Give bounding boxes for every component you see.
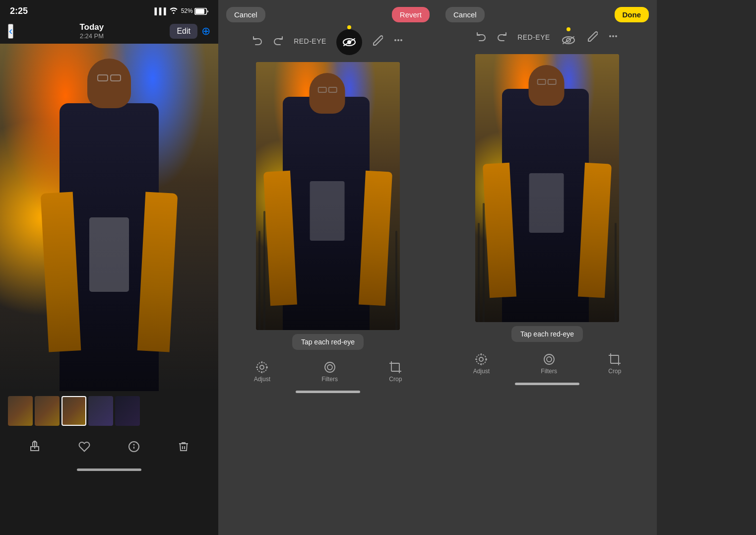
tab-crop-2[interactable]: Crop (389, 361, 402, 383)
svg-point-31 (479, 357, 483, 361)
edit-header-2: Cancel Revert (218, 0, 438, 26)
svg-point-28 (612, 35, 614, 37)
photo-display (0, 44, 218, 391)
undo-button-3[interactable] (476, 31, 487, 44)
svg-rect-19 (391, 363, 399, 371)
markup-button-3[interactable] (587, 31, 598, 44)
red-eye-icon-3-container (560, 27, 577, 47)
status-bar: 2:25 ▐▐▐ 52% (0, 0, 218, 19)
home-indicator-3 (515, 383, 579, 385)
red-eye-active-container (336, 27, 362, 55)
tab-adjust-2[interactable]: Adjust (254, 361, 270, 383)
svg-point-17 (325, 362, 335, 372)
tab-crop-label-3: Crop (608, 368, 621, 375)
tab-adjust-label-2: Adjust (254, 376, 270, 383)
panel-edit-done: Cancel Done RED-EYE (438, 0, 657, 535)
info-button[interactable] (128, 441, 140, 456)
nav-title: Today 2:24 PM (79, 22, 104, 40)
tab-filters-3[interactable]: Filters (541, 353, 557, 375)
bottom-edit-tabs-3: Adjust Filters Crop (438, 346, 657, 380)
edit-photo-frame-3[interactable] (475, 54, 619, 322)
redo-button-3[interactable] (497, 31, 507, 44)
red-eye-label-2: RED-EYE (294, 37, 326, 45)
tab-adjust-label-3: Adjust (473, 368, 490, 375)
hint-area-2: Tap each red-eye (218, 334, 438, 350)
hint-area-3: Tap each red-eye (438, 326, 657, 342)
svg-point-29 (615, 35, 617, 37)
redo-button-2[interactable] (273, 35, 284, 48)
tab-filters-2[interactable]: Filters (321, 361, 338, 383)
panel-edit-redeye: Cancel Revert RED-EYE (218, 0, 438, 535)
wifi-icon (169, 7, 178, 15)
svg-rect-38 (611, 355, 619, 363)
svg-point-36 (544, 354, 554, 364)
svg-point-9 (397, 39, 399, 41)
svg-rect-1 (195, 9, 204, 14)
svg-point-37 (547, 357, 552, 362)
markup-button-2[interactable] (372, 35, 383, 48)
svg-point-18 (327, 365, 332, 370)
status-time: 2:25 (10, 6, 28, 16)
revert-button[interactable]: Revert (392, 7, 430, 22)
svg-point-11 (257, 362, 267, 372)
panel-photo-viewer: 2:25 ▐▐▐ 52% ‹ Today 2:24 PM (0, 0, 218, 535)
svg-point-10 (400, 39, 402, 41)
svg-point-30 (476, 354, 486, 364)
svg-point-8 (394, 39, 396, 41)
tab-crop-label-2: Crop (389, 376, 402, 383)
edit-button[interactable]: Edit (170, 24, 197, 39)
home-indicator (77, 468, 141, 471)
more-button-3[interactable] (608, 31, 619, 44)
svg-point-12 (260, 365, 264, 369)
thumbnail-1[interactable] (8, 396, 33, 426)
nav-title-text: Today (79, 22, 104, 32)
bottom-toolbar (0, 431, 218, 466)
cancel-button-2[interactable]: Cancel (226, 7, 265, 22)
tap-red-eye-hint-2: Tap each red-eye (292, 334, 364, 350)
nav-subtitle: 2:24 PM (79, 32, 104, 40)
svg-point-27 (609, 35, 611, 37)
delete-button[interactable] (178, 441, 189, 456)
battery-icon: 52% (181, 7, 208, 15)
red-eye-button-2[interactable] (336, 29, 362, 55)
cancel-button-3[interactable]: Cancel (445, 7, 485, 22)
thumbnail-2[interactable] (35, 396, 60, 426)
back-button[interactable]: ‹ (8, 24, 13, 39)
undo-button-2[interactable] (252, 35, 263, 48)
thumbnail-5[interactable] (115, 396, 140, 426)
home-indicator-2 (296, 391, 360, 393)
done-button[interactable]: Done (615, 7, 649, 22)
edit-tools-row-3: RED-EYE (438, 26, 657, 50)
thumbnail-strip (0, 391, 218, 431)
tab-crop-3[interactable]: Crop (608, 353, 621, 375)
favorite-button[interactable] (78, 441, 90, 456)
more-button-2[interactable] (393, 35, 404, 48)
thumbnail-4[interactable] (88, 396, 113, 426)
yellow-dot-2 (347, 25, 351, 29)
edit-photo-frame-2[interactable] (256, 62, 400, 330)
share-button[interactable] (29, 441, 41, 456)
edit-header-3: Cancel Done (438, 0, 657, 26)
thumbnail-3[interactable] (62, 396, 86, 426)
status-icons: ▐▐▐ 52% (152, 7, 208, 15)
tab-adjust-3[interactable]: Adjust (473, 353, 490, 375)
plus-button[interactable]: ⊕ (201, 25, 210, 38)
red-eye-label-3: RED-EYE (517, 33, 550, 41)
tap-red-eye-hint-3: Tap each red-eye (511, 326, 583, 342)
tab-filters-label-3: Filters (541, 368, 557, 375)
bottom-edit-tabs-2: Adjust Filters Crop (218, 354, 438, 388)
yellow-dot-3 (567, 27, 570, 31)
nav-bar: ‹ Today 2:24 PM Edit ⊕ (0, 19, 218, 44)
tab-filters-label-2: Filters (321, 376, 338, 383)
signal-icon: ▐▐▐ (152, 7, 166, 15)
edit-tools-row-2: RED-EYE (218, 26, 438, 58)
red-eye-button-3[interactable] (560, 33, 577, 47)
